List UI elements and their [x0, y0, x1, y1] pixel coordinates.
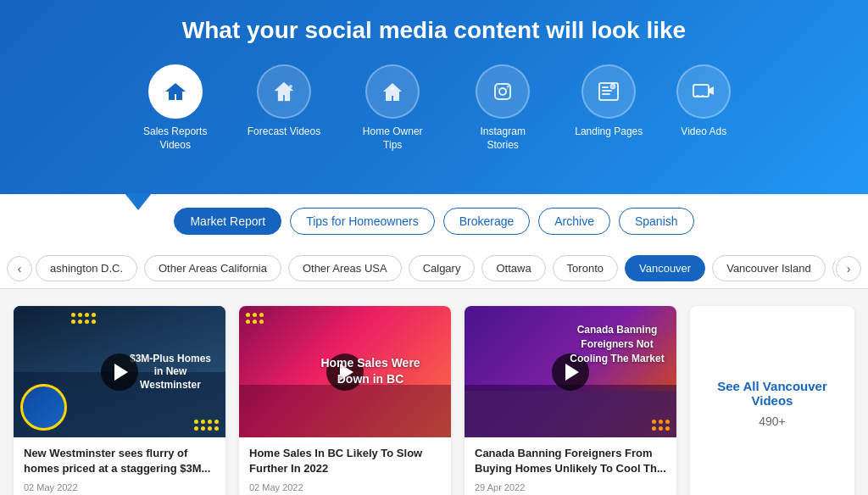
video-cards-list: $3M-Plus Homes in New Westminster New We… — [14, 306, 676, 495]
category-video-ads[interactable]: Video Ads — [676, 64, 731, 139]
triangle-pointer — [125, 193, 152, 210]
video-thumbnail-1[interactable]: $3M-Plus Homes in New Westminster — [14, 306, 225, 437]
location-tab-vancouver-island[interactable]: Vancouver Island — [712, 255, 826, 281]
landing-icon-circle — [581, 64, 636, 119]
video-card-3: Canada Banning Foreigners Not Cooling Th… — [465, 306, 676, 495]
home-owner-icon-circle — [365, 64, 420, 119]
dots-top-1 — [71, 313, 96, 324]
play-icon-1 — [114, 364, 128, 381]
category-home-owner[interactable]: Home Owner Tips — [354, 64, 431, 152]
scroll-left-arrow[interactable]: ‹ — [7, 256, 32, 281]
home-owner-icon — [379, 78, 406, 105]
filter-tab-market-report[interactable]: Market Report — [174, 208, 281, 235]
location-tabs: ashington D.C. Other Areas California Ot… — [32, 248, 836, 288]
instagram-icon — [489, 78, 516, 105]
card-date-2: 02 May 2022 — [249, 482, 441, 492]
see-all-box: See All Vancouver Videos 490+ — [690, 306, 854, 495]
svg-point-0 — [289, 85, 292, 88]
content-area: $3M-Plus Homes in New Westminster New We… — [0, 289, 868, 495]
svg-point-1 — [391, 86, 395, 91]
category-icons: Sales Reports Videos Forecast Videos — [34, 64, 834, 152]
category-label-video-ads: Video Ads — [681, 125, 726, 139]
svg-rect-8 — [602, 93, 610, 95]
location-tab-vancouver[interactable]: Vancouver — [625, 255, 705, 281]
house-icon — [162, 78, 189, 105]
header-banner: What your social media content will look… — [0, 0, 868, 194]
video-thumbnail-3[interactable]: Canada Banning Foreigners Not Cooling Th… — [465, 306, 676, 437]
svg-rect-11 — [696, 95, 699, 97]
category-label-sales-reports: Sales Reports Videos — [137, 125, 214, 152]
page-title: What your social media content will look… — [34, 17, 834, 44]
svg-point-3 — [499, 88, 506, 95]
location-tab-calgary[interactable]: Calgary — [409, 255, 476, 281]
sales-reports-icon-circle — [148, 64, 203, 119]
location-tab-toronto[interactable]: Toronto — [553, 255, 618, 281]
dots-bottom-right-3 — [652, 420, 670, 431]
scroll-right-arrow[interactable]: › — [836, 256, 861, 281]
card-title-1: New Westminster sees flurry of homes pri… — [24, 446, 215, 476]
filter-tab-spanish[interactable]: Spanish — [619, 208, 694, 235]
category-forecast[interactable]: Forecast Videos — [248, 64, 321, 139]
svg-point-9 — [610, 84, 615, 89]
location-tab-other-areas-usa[interactable]: Other Areas USA — [288, 255, 402, 281]
card-title-3: Canada Banning Foreigners From Buying Ho… — [475, 446, 666, 476]
bg-dark-2 — [239, 385, 451, 437]
video-thumbnail-2[interactable]: Home Sales Were Down in BC — [239, 306, 451, 437]
filter-tab-brokerage[interactable]: Brokerage — [443, 208, 531, 235]
skyline-3 — [465, 391, 676, 437]
svg-rect-12 — [701, 95, 704, 97]
category-instagram[interactable]: Instagram Stories — [465, 64, 541, 152]
card-title-2: Home Sales In BC Likely To Slow Further … — [249, 446, 441, 476]
card-body-2: Home Sales In BC Likely To Slow Further … — [239, 437, 451, 495]
category-label-forecast: Forecast Videos — [248, 125, 321, 139]
filter-tab-archive[interactable]: Archive — [538, 208, 610, 235]
location-scroll-bar: ‹ ashington D.C. Other Areas California … — [0, 248, 868, 289]
video-overlay-text-3: Canada Banning Foreigners Not Cooling Th… — [566, 323, 668, 365]
instagram-icon-circle — [476, 64, 530, 119]
card-body-1: New Westminster sees flurry of homes pri… — [14, 437, 225, 495]
video-ads-icon — [690, 78, 717, 105]
category-sales-reports[interactable]: Sales Reports Videos — [137, 64, 214, 152]
location-tab-ottawa[interactable]: Ottawa — [481, 255, 545, 281]
card-date-1: 02 May 2022 — [24, 482, 215, 492]
category-label-landing: Landing Pages — [575, 125, 643, 139]
dots-top-left-2 — [246, 313, 264, 324]
location-tab-washington[interactable]: ashington D.C. — [36, 255, 137, 281]
avatar-circle-1 — [20, 384, 67, 431]
forecast-icon — [270, 78, 298, 105]
filter-tab-tips-homeowners[interactable]: Tips for Homeowners — [290, 208, 435, 235]
landing-pages-icon — [595, 78, 622, 105]
card-body-3: Canada Banning Foreigners From Buying Ho… — [465, 437, 676, 495]
location-tab-other-areas-california[interactable]: Other Areas California — [144, 255, 281, 281]
play-icon-3 — [565, 364, 579, 381]
category-label-instagram: Instagram Stories — [465, 125, 541, 152]
video-ads-icon-circle — [676, 64, 731, 119]
forecast-icon-circle — [257, 64, 311, 119]
category-label-home-owner: Home Owner Tips — [354, 125, 431, 152]
dots-decoration-1 — [194, 420, 219, 431]
video-card-2: Home Sales Were Down in BC Home Sales In… — [239, 306, 451, 495]
see-all-count: 490+ — [759, 414, 786, 428]
svg-rect-10 — [693, 85, 709, 97]
card-date-3: 29 Apr 2022 — [475, 482, 666, 492]
category-landing[interactable]: Landing Pages — [575, 64, 643, 139]
see-all-link[interactable]: See All Vancouver Videos — [707, 379, 837, 408]
video-card-1: $3M-Plus Homes in New Westminster New We… — [14, 306, 225, 495]
play-button-1[interactable] — [101, 353, 138, 391]
video-overlay-text-2: Home Sales Were Down in BC — [311, 355, 430, 388]
svg-rect-7 — [602, 90, 612, 92]
svg-rect-6 — [602, 86, 609, 88]
